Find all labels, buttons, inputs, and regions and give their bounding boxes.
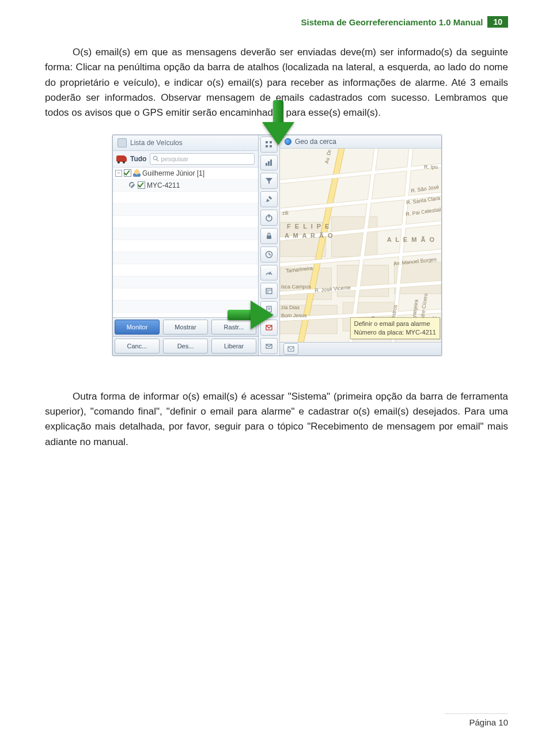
user-label: Guilherme Júnior [1] [142,169,204,177]
svg-rect-17 [266,288,272,294]
tool-pen-icon[interactable] [260,191,278,207]
tree-empty-row [113,240,258,252]
tool-lock-icon[interactable] [260,228,278,244]
vehicle-tree: − Guilherme Júnior [1] MYC-4211 [113,168,258,317]
svg-rect-9 [268,196,272,199]
checkbox-user[interactable] [124,169,131,177]
filter-row: Tudo pesquisar [113,151,258,168]
area-amarao: A M A R Ã O [285,232,334,239]
search-icon [153,155,159,162]
svg-rect-29 [337,265,388,297]
street-zia: zia Dias [281,305,300,310]
tree-empty-row [113,264,258,276]
tree-empty-row [113,204,258,216]
map-footer [280,342,441,355]
tooltip-line-2: Número da placa: MYC-4211 [354,328,436,337]
tree-empty-row [113,252,258,264]
panel-title-text: Lista de Veículos [130,139,183,147]
page-footer: Página 10 [445,713,508,727]
list-icon [118,138,127,147]
filter-all-label: Tudo [130,155,146,163]
map-header: Geo da cerca [280,135,441,149]
search-placeholder: pesquisar [161,155,188,162]
page-number-badge: 10 [487,16,508,28]
button-row-2: Canc... Des... Liberar [113,336,258,355]
street-zili: zili [282,210,289,216]
tool-envelope-icon[interactable] [260,338,278,354]
svg-point-0 [154,157,157,160]
car-icon [116,155,127,162]
wrench-icon [129,182,136,189]
area-alemao: A L E M Ã O [387,236,435,243]
svg-rect-8 [270,159,272,166]
tree-empty-row [113,288,258,301]
arrow-right-annotation [228,301,276,329]
tool-power-icon[interactable] [260,210,278,226]
street-ipu: R. Ipu [424,164,438,170]
screenshot-figure: Lista de Veículos Tudo pesquisar − [112,135,441,356]
tool-speed-icon[interactable] [260,265,278,281]
street-isca: isca Campos [281,284,311,290]
canc-button[interactable]: Canc... [115,339,160,354]
tree-empty-row [113,276,258,288]
vehicle-plate-label: MYC-4211 [147,181,180,189]
svg-line-15 [269,254,271,255]
svg-rect-6 [266,163,267,166]
map-footer-button[interactable] [283,343,298,355]
street-bomjesus: Bom Jesus [281,313,307,318]
checkbox-vehicle[interactable] [138,181,145,189]
tree-empty-row [113,228,258,240]
svg-rect-27 [331,216,377,256]
map-area[interactable]: Geo da cerca [280,135,441,355]
tree-empty-row [113,216,258,228]
body-paragraph-2: Outra forma de informar o(s) email(s) é … [45,389,508,450]
mostrar-button[interactable]: Mostrar [163,320,208,335]
user-icon [133,169,141,177]
map-header-label: Geo da cerca [295,138,336,146]
tool-filter-icon[interactable] [260,173,278,189]
tool-chart-icon[interactable] [260,155,278,171]
tree-empty-row [113,192,258,204]
area-felipe: F E L I P E [287,223,330,230]
email-tooltip: Definir o email para alarme Número da pl… [350,317,440,339]
header-title: Sistema de Georreferenciamento 1.0 Manua… [301,17,483,27]
tool-clock-icon[interactable] [260,246,278,263]
des-button[interactable]: Des... [163,339,208,354]
liberar-button[interactable]: Liberar [211,339,256,354]
svg-line-1 [157,159,158,161]
tree-vehicle-row[interactable]: MYC-4211 [113,180,258,192]
tooltip-line-1: Definir o email para alarme [354,320,436,328]
tool-calendar-icon[interactable] [260,283,278,299]
app-window: Lista de Veículos Tudo pesquisar − [112,135,442,356]
panel-title-bar: Lista de Veículos [113,135,258,151]
search-input[interactable]: pesquisar [150,153,255,165]
svg-rect-7 [268,161,270,166]
page-header: Sistema de Georreferenciamento 1.0 Manua… [45,16,508,28]
svg-rect-12 [267,235,271,239]
monitor-button[interactable]: Monitor [115,320,160,335]
svg-rect-19 [267,291,268,292]
tree-user-row[interactable]: − Guilherme Júnior [1] [113,168,258,180]
arrow-down-annotation [261,100,296,149]
collapse-icon[interactable]: − [115,170,122,177]
